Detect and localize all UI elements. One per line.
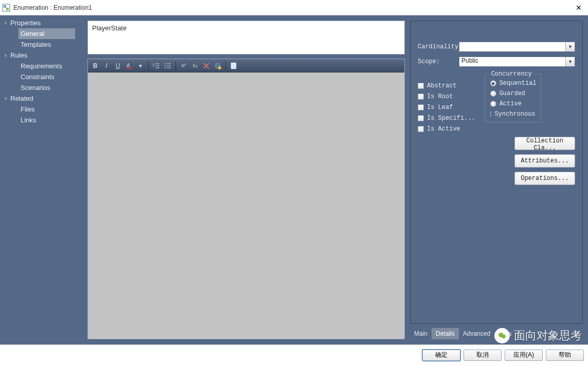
main-area: ▫Properties General Templates ▫Rules Req… [0, 15, 588, 344]
sidebar-item-general[interactable]: General [19, 28, 75, 39]
left-column: PlayerState B I U A ▾ 12 [87, 21, 405, 339]
scope-label: Scope: [418, 58, 459, 65]
hyperlink-button[interactable] [212, 61, 223, 71]
svg-point-12 [165, 67, 166, 68]
concurrency-legend: Concurrency [489, 70, 534, 78]
operations-button[interactable]: Operations... [514, 172, 575, 185]
bold-button[interactable]: B [90, 61, 100, 71]
chk-abstract[interactable]: Abstract [418, 82, 475, 89]
tab-details[interactable]: Details [432, 328, 459, 339]
svg-rect-1 [4, 5, 6, 8]
svg-point-11 [165, 65, 166, 66]
collapse-icon: ▫ [3, 51, 8, 59]
underline-button[interactable]: U [113, 61, 123, 71]
editor-toolbar: B I U A ▾ 12 x² x₂ [88, 59, 404, 72]
chk-is-leaf[interactable]: Is Leaf [418, 104, 475, 111]
chk-is-root[interactable]: Is Root [418, 93, 475, 100]
svg-text:2: 2 [153, 64, 154, 67]
font-color-button[interactable]: A [124, 61, 134, 71]
workarea: PlayerState B I U A ▾ 12 [82, 15, 588, 344]
sidebar: ▫Properties General Templates ▫Rules Req… [0, 15, 82, 344]
collection-class-button[interactable]: Collection Cla... [514, 137, 575, 150]
list-numbered-button[interactable]: 12 [151, 61, 162, 71]
superscript-button[interactable]: x² [179, 61, 189, 71]
dropdown-icon: ▼ [565, 42, 575, 51]
sidebar-item-scenarios[interactable]: Scenarios [0, 82, 82, 93]
radio-guarded[interactable]: Guarded [490, 90, 536, 97]
svg-rect-2 [6, 8, 9, 10]
tab-advanced[interactable]: Advanced [459, 328, 494, 339]
radio-active[interactable]: Active [490, 100, 536, 107]
sidebar-group-related[interactable]: ▫Related [0, 93, 82, 104]
right-column: Cardinality: ▼ Scope: Public ▼ Abstra [410, 21, 583, 339]
attributes-button[interactable]: Attributes... [514, 154, 575, 168]
right-tabs: Main Details Advanced Tags [410, 328, 583, 339]
editor-canvas[interactable] [88, 72, 404, 339]
sidebar-item-links[interactable]: Links [0, 115, 82, 125]
subscript-button[interactable]: x₂ [190, 61, 200, 71]
chk-is-active[interactable]: Is Active [418, 125, 475, 133]
apply-button[interactable]: 应用(A) [505, 350, 543, 361]
window-title: Enumeration : Enumeration1 [13, 4, 572, 11]
sidebar-group-properties[interactable]: ▫Properties [0, 17, 82, 28]
radio-sequential[interactable]: Sequential [490, 80, 536, 87]
sidebar-item-requirements[interactable]: Requirements [0, 61, 82, 71]
rich-editor: B I U A ▾ 12 x² x₂ [87, 59, 405, 339]
tab-main[interactable]: Main [410, 328, 432, 339]
clear-format-button[interactable] [201, 61, 211, 71]
svg-text:A: A [127, 63, 130, 68]
tab-tags[interactable]: Tags [494, 328, 515, 339]
sidebar-group-rules[interactable]: ▫Rules [0, 50, 82, 61]
sidebar-item-templates[interactable]: Templates [0, 39, 82, 50]
chk-is-specification[interactable]: Is Specifi... [418, 115, 475, 122]
cancel-button[interactable]: 取消 [464, 350, 502, 361]
italic-button[interactable]: I [101, 61, 112, 71]
cardinality-select[interactable]: ▼ [459, 42, 575, 52]
sidebar-item-files[interactable]: Files [0, 104, 82, 115]
document-button[interactable] [228, 61, 239, 71]
dropdown-icon: ▼ [565, 57, 575, 66]
footer: 确定 取消 应用(A) 帮助 [0, 344, 588, 365]
dropdown-icon[interactable]: ▾ [135, 61, 146, 71]
radio-synchronous[interactable]: Synchronous [490, 111, 536, 118]
svg-point-10 [165, 63, 166, 64]
close-button[interactable]: ✕ [572, 2, 586, 13]
svg-point-21 [218, 66, 221, 69]
cardinality-label: Cardinality: [418, 43, 459, 50]
app-icon [2, 4, 10, 12]
scope-select[interactable]: Public ▼ [459, 57, 575, 67]
titlebar: Enumeration : Enumeration1 ✕ [0, 0, 588, 15]
list-bullet-button[interactable] [163, 61, 173, 71]
concurrency-fieldset: Concurrency Sequential Guarded Active Sy… [485, 74, 541, 122]
svg-rect-4 [126, 68, 132, 69]
ok-button[interactable]: 确定 [422, 350, 460, 361]
collapse-icon: ▫ [3, 19, 8, 27]
help-button[interactable]: 帮助 [546, 350, 584, 361]
checkbox-column: Abstract Is Root Is Leaf Is Specifi... I… [418, 82, 475, 133]
collapse-icon: ▫ [3, 95, 8, 102]
sidebar-item-constraints[interactable]: Constraints [0, 71, 82, 82]
details-panel: Cardinality: ▼ Scope: Public ▼ Abstra [410, 21, 583, 324]
name-input[interactable]: PlayerState [87, 21, 405, 54]
